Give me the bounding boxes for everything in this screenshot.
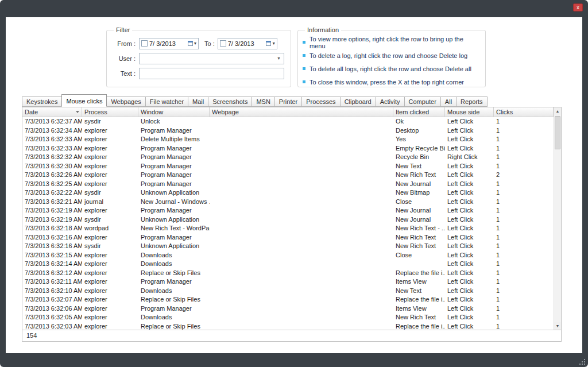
column-header-item-clicked[interactable]: Item clicked <box>393 107 445 117</box>
from-date-checkbox[interactable] <box>141 40 148 47</box>
table-row[interactable]: 7/3/2013 6:32:16 AMsysdirUnknown Applica… <box>22 242 554 251</box>
tab-screenshots[interactable]: Screenshots <box>208 96 252 107</box>
table-row[interactable]: 7/3/2013 6:32:18 AMwordpadNew Rich Text … <box>22 224 554 233</box>
table-cell: 7/3/2013 6:32:19 AM <box>22 206 82 215</box>
table-row[interactable]: 7/3/2013 6:32:10 AMexplorerDownloadsNew … <box>22 287 554 296</box>
table-cell <box>210 287 393 296</box>
column-header-window[interactable]: Window <box>138 107 210 117</box>
filter-group: Filter From : 7/ 3/2013 ▼ To : 7/ 3/2013 <box>106 26 291 87</box>
table-cell <box>210 277 393 287</box>
table-cell: wordpad <box>82 224 138 233</box>
table-row[interactable]: 7/3/2013 6:32:07 AMexplorerReplace or Sk… <box>22 295 554 304</box>
table-row[interactable]: 7/3/2013 6:32:33 AMexplorerDelete Multip… <box>22 135 554 144</box>
filter-legend: Filter <box>114 26 132 33</box>
table-row[interactable]: 7/3/2013 6:32:06 AMexplorerProgram Manag… <box>22 304 554 314</box>
calendar-dropdown-icon[interactable]: ▼ <box>187 38 198 49</box>
table-row[interactable]: 7/3/2013 6:32:19 AMsysdirUnknown Applica… <box>22 215 554 225</box>
column-header-webpage[interactable]: Webpage <box>210 107 393 117</box>
user-label: User : <box>111 55 136 62</box>
table-row[interactable]: 7/3/2013 6:32:30 AMexplorerProgram Manag… <box>22 162 554 171</box>
table-cell: Left Click <box>445 287 494 296</box>
table-row[interactable]: 7/3/2013 6:32:12 AMexplorerReplace or Sk… <box>22 269 554 278</box>
table-cell: New Journal <box>393 206 445 215</box>
table-cell: Unknown Application <box>138 215 210 225</box>
info-item: To view more options, right click the ro… <box>303 37 481 48</box>
to-date-picker[interactable]: 7/ 3/2013 ▼ <box>218 38 277 49</box>
table-cell: journal <box>82 198 138 207</box>
table-cell: New Text <box>393 162 445 171</box>
table-row[interactable]: 7/3/2013 6:32:37 AMsysdirUnlockOkLeft Cl… <box>22 117 554 126</box>
table-cell: Left Click <box>445 242 494 251</box>
table-cell: Items View <box>393 304 445 314</box>
table-row[interactable]: 7/3/2013 6:32:33 AMexplorerProgram Manag… <box>22 144 554 153</box>
tab-mail[interactable]: Mail <box>188 96 208 107</box>
tab-msn[interactable]: MSN <box>252 96 274 107</box>
table-cell <box>210 180 393 189</box>
table-row[interactable]: 7/3/2013 6:32:32 AMexplorerProgram Manag… <box>22 153 554 162</box>
column-header-label: Date <box>25 109 38 115</box>
table-cell: Left Click <box>445 215 494 225</box>
to-label: To : <box>204 40 215 47</box>
table-cell: New Rich Text <box>393 233 445 242</box>
tab-activity[interactable]: Activity <box>376 96 405 107</box>
column-header-label: Mouse side <box>447 109 479 115</box>
from-date-picker[interactable]: 7/ 3/2013 ▼ <box>139 38 199 49</box>
tab-mouse-clicks[interactable]: Mouse clicks <box>61 94 107 107</box>
resize-grip-icon[interactable] <box>578 358 585 365</box>
column-header-mouse-side[interactable]: Mouse side <box>445 107 494 117</box>
table-cell: Left Click <box>445 251 494 260</box>
scroll-down-icon[interactable]: ▼ <box>554 322 561 330</box>
table-cell: Replace the file i... <box>393 269 445 278</box>
scroll-up-icon[interactable]: ▲ <box>554 107 561 115</box>
tab-webpages[interactable]: Webpages <box>106 96 145 107</box>
table-cell: Left Click <box>445 295 494 304</box>
table-cell: Left Click <box>445 180 494 189</box>
table-cell: 7/3/2013 6:32:12 AM <box>22 269 82 278</box>
table-row[interactable]: 7/3/2013 6:32:15 AMexplorerDownloadsClos… <box>22 251 554 260</box>
to-date-checkbox[interactable] <box>220 40 226 47</box>
column-header-process[interactable]: Process <box>82 107 138 117</box>
table-row[interactable]: 7/3/2013 6:32:26 AMexplorerProgram Manag… <box>22 171 554 180</box>
table-cell: 1 <box>494 117 554 126</box>
table-row[interactable]: 7/3/2013 6:32:03 AMexplorerReplace or Sk… <box>22 322 554 330</box>
table-row[interactable]: 7/3/2013 6:32:34 AMexplorerProgram Manag… <box>22 126 554 136</box>
table-row[interactable]: 7/3/2013 6:32:05 AMexplorerDownloadsNew … <box>22 313 554 322</box>
column-header-date[interactable]: Date <box>22 107 82 117</box>
scrollbar-thumb[interactable] <box>555 116 560 149</box>
table-row[interactable]: 7/3/2013 6:32:25 AMexplorerProgram Manag… <box>22 180 554 189</box>
column-header-label: Item clicked <box>396 109 429 115</box>
info-text: To view more options, right click the ro… <box>310 36 481 49</box>
table-row[interactable]: 7/3/2013 6:32:14 AMexplorerDownloadsLeft… <box>22 260 554 269</box>
table-row[interactable]: 7/3/2013 6:32:11 AMexplorerProgram Manag… <box>22 277 554 287</box>
table-row[interactable]: 7/3/2013 6:32:19 AMexplorerProgram Manag… <box>22 206 554 215</box>
table-cell: New Journal <box>393 215 445 225</box>
table-cell: explorer <box>82 135 138 144</box>
tab-computer[interactable]: Computer <box>404 96 441 107</box>
table-row[interactable]: 7/3/2013 6:32:16 AMexplorerProgram Manag… <box>22 233 554 242</box>
vertical-scrollbar[interactable]: ▲ ▼ <box>554 107 561 330</box>
text-filter-input[interactable] <box>139 68 284 79</box>
tab-processes[interactable]: Processes <box>301 96 340 107</box>
table-cell: New Text <box>393 287 445 296</box>
calendar-dropdown-icon[interactable]: ▼ <box>265 38 277 49</box>
user-dropdown[interactable]: ▼ <box>139 53 284 64</box>
chevron-down-icon: ▼ <box>272 41 276 45</box>
tab-keystrokes[interactable]: Keystrokes <box>22 96 62 107</box>
table-row[interactable]: 7/3/2013 6:32:22 AMsysdirUnknown Applica… <box>22 188 554 198</box>
table-cell: explorer <box>82 295 138 304</box>
close-icon[interactable]: x <box>573 3 583 11</box>
table-cell <box>210 117 393 126</box>
table-cell: Program Manager <box>138 144 210 153</box>
from-date-value: 7/ 3/2013 <box>149 40 187 47</box>
table-cell <box>210 233 393 242</box>
table-cell: sysdir <box>82 188 138 198</box>
tab-file-watcher[interactable]: File watcher <box>145 96 188 107</box>
tab-printer[interactable]: Printer <box>274 96 302 107</box>
table-cell: Left Click <box>445 313 494 322</box>
column-header-clicks[interactable]: Clicks <box>494 107 554 117</box>
table-row[interactable]: 7/3/2013 6:32:21 AMjournalNew Journal - … <box>22 198 554 207</box>
table-cell <box>210 206 393 215</box>
tab-all[interactable]: All <box>440 96 457 107</box>
tab-reports[interactable]: Reports <box>456 96 488 107</box>
tab-clipboard[interactable]: Clipboard <box>340 96 376 107</box>
